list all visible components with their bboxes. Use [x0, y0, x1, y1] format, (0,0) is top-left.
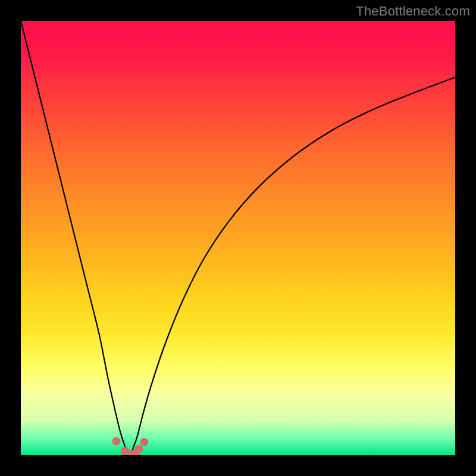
- chart-frame: TheBottleneck.com: [0, 0, 476, 476]
- bottleneck-curve: [21, 21, 455, 455]
- chart-svg: [21, 21, 455, 455]
- highlight-point: [135, 445, 143, 453]
- highlight-point: [112, 437, 121, 446]
- highlight-point: [140, 438, 148, 446]
- chart-plot-area: [21, 21, 455, 455]
- watermark-text: TheBottleneck.com: [356, 4, 470, 19]
